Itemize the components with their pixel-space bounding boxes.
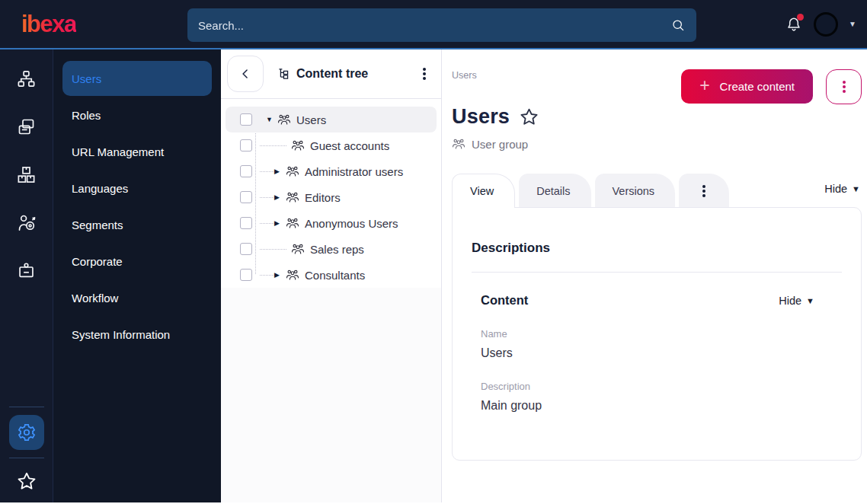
tab-versions[interactable]: Versions [595,174,676,208]
tree-item-label: Guest accounts [310,139,389,152]
user-group-icon [286,164,299,178]
tree-checkbox[interactable] [240,243,252,255]
field-label-description: Description [481,381,816,392]
content-type-row: User group [452,137,862,151]
tree-options-kebab-icon[interactable] [418,68,430,80]
top-bar: ibexa ▼ [0,0,867,49]
content-section: Content Hide ▼ Name Users Description Ma… [472,293,842,413]
content-tree-body: ▼ Users Guest accounts ▶ Administrator u… [221,99,441,288]
hide-section-link[interactable]: Hide ▼ [779,295,814,307]
main-content: Users + Create content Users User group … [442,49,867,502]
search-icon[interactable] [670,18,686,33]
personalization-icon[interactable] [16,212,37,233]
tree-checkbox[interactable] [240,269,252,281]
content-tree-header: Content tree [221,49,441,98]
sidebar-item-users[interactable]: Users [62,61,212,96]
sidebar-item-roles[interactable]: Roles [62,97,212,132]
global-search[interactable] [187,8,696,42]
tree-item-administrator-users[interactable]: ▶ Administrator users [226,158,437,184]
sidebar-item-url-management[interactable]: URL Management [62,134,212,169]
settings-gear-icon [17,423,37,442]
favorite-star-icon[interactable] [519,107,539,127]
expand-caret-icon[interactable]: ▼ [266,116,277,123]
rail-divider [9,407,44,407]
admin-settings-tile[interactable] [9,415,44,450]
user-group-icon [291,242,305,256]
icon-rail [0,49,53,502]
rail-divider [9,458,44,458]
tabs-row: View Details Versions Hide ▼ [452,174,862,208]
sitemap-icon[interactable] [16,69,37,89]
user-group-icon [291,139,305,152]
field-value-description: Main group [481,399,816,413]
sidebar-item-languages[interactable]: Languages [62,171,212,206]
sidebar-item-corporate[interactable]: Corporate [62,244,212,279]
tree-item-label: Sales reps [310,243,364,256]
notification-badge [797,14,804,21]
expand-caret-icon[interactable]: ▶ [274,193,286,201]
expand-caret-icon[interactable]: ▶ [274,271,286,279]
caret-down-icon: ▼ [852,184,860,193]
content-tree-title-label: Content tree [296,67,368,81]
user-group-icon [277,113,291,126]
content-tree-panel: Content tree ▼ Users Guest accounts [221,49,442,502]
tree-checkbox[interactable] [240,217,252,229]
favorites-star-icon[interactable] [16,471,37,492]
tab-details[interactable]: Details [519,174,590,208]
sidebar-item-system-information[interactable]: System Information [62,317,212,352]
tree-item-label: Editors [305,191,341,204]
tree-item-sales-reps[interactable]: Sales reps [226,236,437,262]
page-title: Users [452,105,510,129]
tree-checkbox[interactable] [240,139,252,152]
card-divider [472,272,842,273]
tree-checkbox[interactable] [240,113,252,126]
tree-item-label: Administrator users [305,165,403,178]
user-avatar[interactable] [814,12,838,37]
expand-caret-icon[interactable]: ▶ [274,167,286,175]
create-content-button[interactable]: + Create content [681,69,813,104]
tab-more[interactable] [679,174,729,208]
user-group-icon [286,268,299,282]
hide-tabs-link[interactable]: Hide ▼ [824,183,860,195]
expand-caret-icon[interactable]: ▶ [274,219,286,227]
tree-item-guest-accounts[interactable]: Guest accounts [226,132,437,158]
user-menu-caret-icon[interactable]: ▼ [849,20,856,28]
more-options-button[interactable] [826,69,862,104]
create-content-label: Create content [720,80,795,93]
sidebar-item-segments[interactable]: Segments [62,207,212,242]
tree-item-label: Users [296,113,326,126]
tree-item-consultants[interactable]: ▶ Consultants [226,262,437,288]
tree-checkbox[interactable] [240,165,252,177]
kebab-icon [702,190,705,193]
field-value-name: Users [481,346,816,360]
sidebar-item-workflow[interactable]: Workflow [62,280,212,315]
hide-label: Hide [779,295,801,307]
content-tree-title: Content tree [277,67,368,81]
tree-item-users[interactable]: ▼ Users [226,107,437,132]
collapse-tree-button[interactable] [227,56,264,92]
product-catalog-icon[interactable] [16,164,37,185]
id-badge-icon[interactable] [16,260,37,281]
pages-icon[interactable] [16,116,37,137]
chevron-left-icon [238,66,253,81]
tree-checkbox[interactable] [240,191,252,203]
content-tree-icon [277,67,290,81]
notifications-bell-icon[interactable] [785,15,803,33]
plus-icon: + [699,77,709,94]
admin-sidebar: Users Roles URL Management Languages Seg… [53,49,221,502]
kebab-icon [843,85,846,88]
user-group-icon [452,137,465,151]
tree-item-label: Consultants [305,269,365,282]
content-section-title: Content [481,293,528,308]
hide-label: Hide [824,183,847,195]
tree-item-editors[interactable]: ▶ Editors [226,184,437,210]
ibexa-logo[interactable]: ibexa [21,11,76,38]
user-group-icon [286,190,299,204]
tree-item-label: Anonymous Users [305,217,398,230]
tab-view[interactable]: View [452,174,515,208]
header-actions: + Create content [681,69,862,104]
tree-item-anonymous-users[interactable]: ▶ Anonymous Users [226,210,437,236]
search-input[interactable] [198,19,670,32]
view-card: Descriptions Content Hide ▼ Name Users D… [452,207,862,461]
field-label-name: Name [481,328,816,340]
